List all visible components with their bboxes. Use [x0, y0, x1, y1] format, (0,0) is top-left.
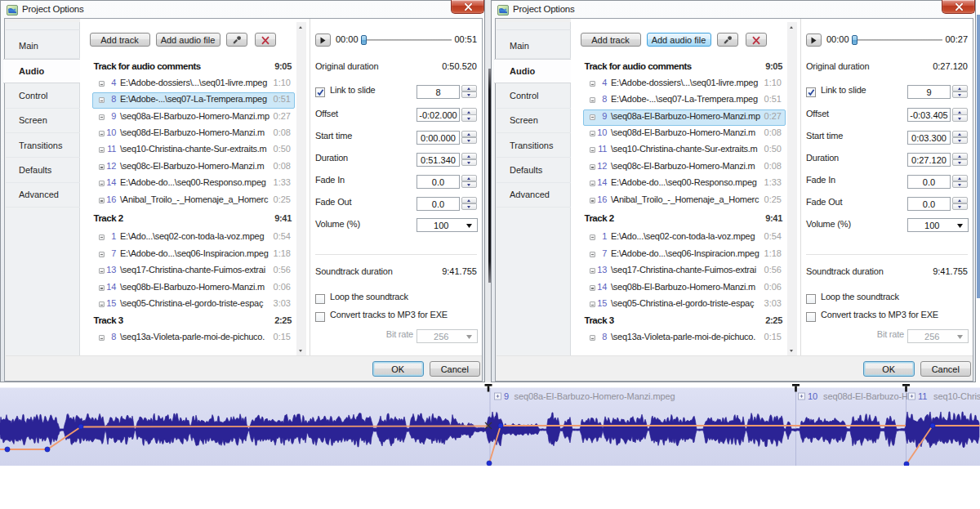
svg-text:10: 10 [808, 391, 817, 401]
svg-text:seq08d-El-Barbuzo-H: seq08d-El-Barbuzo-H [823, 391, 908, 401]
svg-text:9: 9 [504, 391, 509, 401]
svg-text:seq10-Chris: seq10-Chris [933, 391, 980, 401]
svg-text:11: 11 [918, 391, 927, 401]
svg-text:seq08a-El-Barbuzo-Homero-Manzi: seq08a-El-Barbuzo-Homero-Manzi.mpeg [514, 391, 675, 401]
